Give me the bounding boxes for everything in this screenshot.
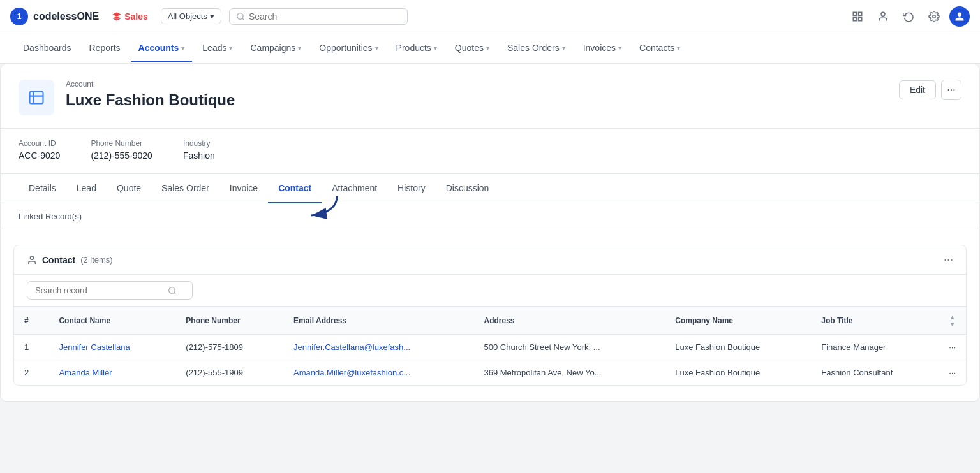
search-bar[interactable] [229, 8, 408, 25]
contact-section-more-button[interactable]: ··· [944, 253, 953, 266]
search-record-container [27, 281, 193, 300]
industry-field: Industry Fashion [183, 139, 215, 161]
tab-sales-order-label: Sales Order [161, 183, 209, 193]
settings-icon-button[interactable] [924, 6, 944, 27]
nav-leads[interactable]: Leads ▾ [195, 35, 240, 62]
tab-attachment[interactable]: Attachment [322, 174, 387, 203]
nav-invoices-label: Invoices [583, 43, 616, 53]
tab-details[interactable]: Details [19, 174, 66, 203]
chevron-down-icon: ▾ [181, 45, 184, 52]
tab-discussion[interactable]: Discussion [436, 174, 500, 203]
contact-section: Contact (2 items) ··· [13, 245, 967, 386]
nav-sales-orders[interactable]: Sales Orders ▾ [500, 35, 573, 62]
col-header-scroll: ▲ ▼ [939, 307, 966, 335]
row1-name: Jennifer Castellana [48, 335, 175, 360]
nav-contacts[interactable]: Contacts ▾ [632, 35, 688, 62]
row2-job-title: Fashion Consultant [811, 360, 939, 386]
nav-invoices[interactable]: Invoices ▾ [575, 35, 629, 62]
tab-sales-order[interactable]: Sales Order [151, 174, 219, 203]
nav-dashboards[interactable]: Dashboards [15, 35, 79, 62]
row1-num: 1 [14, 335, 48, 360]
chevron-down-icon: ▾ [486, 45, 489, 52]
account-id-field: Account ID ACC-9020 [19, 139, 60, 161]
tab-invoice[interactable]: Invoice [219, 174, 268, 203]
row2-contact-link[interactable]: Amanda Miller [59, 368, 112, 377]
svg-rect-1 [853, 12, 856, 15]
phone-field: Phone Number (212)-555-9020 [91, 139, 152, 161]
settings-icon [928, 11, 940, 22]
account-id-label: Account ID [19, 139, 60, 148]
nav-accounts[interactable]: Accounts ▾ [131, 35, 193, 62]
nav-reports[interactable]: Reports [82, 35, 128, 62]
all-objects-button[interactable]: All Objects ▾ [161, 8, 221, 24]
main-card: Account Luxe Fashion Boutique Edit ··· A… [0, 64, 980, 402]
edit-button[interactable]: Edit [899, 80, 936, 99]
row1-actions[interactable]: ··· [939, 335, 966, 360]
tab-history[interactable]: History [387, 174, 436, 203]
industry-label: Industry [183, 139, 215, 148]
contact-table: # Contact Name Phone Number Email Addres… [14, 307, 966, 385]
account-icon [27, 89, 45, 106]
row2-phone: (212)-555-1909 [175, 360, 283, 386]
user-avatar[interactable] [949, 6, 970, 27]
nav-campaigns[interactable]: Campaigns ▾ [242, 35, 309, 62]
svg-rect-2 [859, 12, 862, 15]
more-options-label: ··· [947, 84, 955, 96]
search-record-bar [14, 275, 966, 307]
chevron-down-icon: ▾ [298, 45, 301, 52]
svg-point-12 [169, 287, 175, 293]
tab-lead[interactable]: Lead [66, 174, 107, 203]
tab-lead-label: Lead [77, 183, 96, 193]
col-header-company: Company Name [665, 307, 811, 335]
tab-quote[interactable]: Quote [107, 174, 151, 203]
nav-dashboards-label: Dashboards [23, 43, 71, 53]
row1-company: Luxe Fashion Boutique [665, 335, 811, 360]
nav-products[interactable]: Products ▾ [389, 35, 445, 62]
nav-quotes[interactable]: Quotes ▾ [447, 35, 497, 62]
tab-history-label: History [397, 183, 426, 193]
chevron-down-icon: ▾ [562, 45, 565, 52]
nav-reports-label: Reports [89, 43, 121, 53]
chevron-down-icon: ▾ [375, 45, 378, 52]
user-icon-button[interactable] [873, 6, 893, 27]
nav-opportunities[interactable]: Opportunities ▾ [311, 35, 385, 62]
detail-tabs: Details Lead Quote Sales Order Invoice C… [1, 174, 979, 203]
row2-email-link[interactable]: Amanda.Miller@luxefashion.c... [293, 368, 410, 377]
row2-email: Amanda.Miller@luxefashion.c... [283, 360, 473, 386]
scroll-down-arrow[interactable]: ▼ [949, 321, 956, 328]
more-options-button[interactable]: ··· [941, 80, 961, 100]
scroll-up-arrow[interactable]: ▲ [949, 314, 956, 321]
contact-section-icon [27, 255, 37, 265]
row2-actions[interactable]: ··· [939, 360, 966, 386]
chevron-down-icon: ▾ [618, 45, 621, 52]
col-header-address: Address [473, 307, 665, 335]
nav-sales-orders-label: Sales Orders [507, 43, 560, 53]
nav-right-icons [847, 6, 970, 27]
secondary-navigation: Dashboards Reports Accounts ▾ Leads ▾ Ca… [0, 33, 980, 64]
account-type-label: Account [66, 80, 899, 89]
tab-contact[interactable]: Contact [268, 174, 322, 203]
grid-icon [852, 11, 863, 22]
table-row: 2 Amanda Miller (212)-555-1909 Amanda.Mi… [14, 360, 966, 386]
all-objects-label: All Objects [168, 11, 207, 21]
row2-address: 369 Metropolitan Ave, New Yo... [473, 360, 665, 386]
row1-email: Jennifer.Castellana@luxefash... [283, 335, 473, 360]
tab-invoice-label: Invoice [230, 183, 258, 193]
row1-contact-link[interactable]: Jennifer Castellana [59, 342, 130, 352]
search-record-input[interactable] [35, 286, 163, 295]
search-input[interactable] [249, 11, 376, 22]
account-header: Account Luxe Fashion Boutique Edit ··· [1, 64, 979, 129]
top-navigation: 1 codelessONE Sales All Objects ▾ [0, 0, 980, 33]
col-header-num: # [14, 307, 48, 335]
contact-section-title: Contact [42, 255, 75, 265]
chevron-down-icon: ▾ [210, 11, 214, 21]
grid-icon-button[interactable] [847, 6, 868, 27]
row1-email-link[interactable]: Jennifer.Castellana@luxefash... [293, 342, 410, 352]
contact-section-header: Contact (2 items) ··· [14, 245, 966, 275]
tab-contact-label: Contact [278, 183, 311, 193]
phone-label: Phone Number [91, 139, 152, 148]
tab-attachment-label: Attachment [332, 183, 377, 193]
tab-quote-label: Quote [117, 183, 141, 193]
col-header-phone: Phone Number [175, 307, 283, 335]
history-icon-button[interactable] [898, 6, 919, 27]
